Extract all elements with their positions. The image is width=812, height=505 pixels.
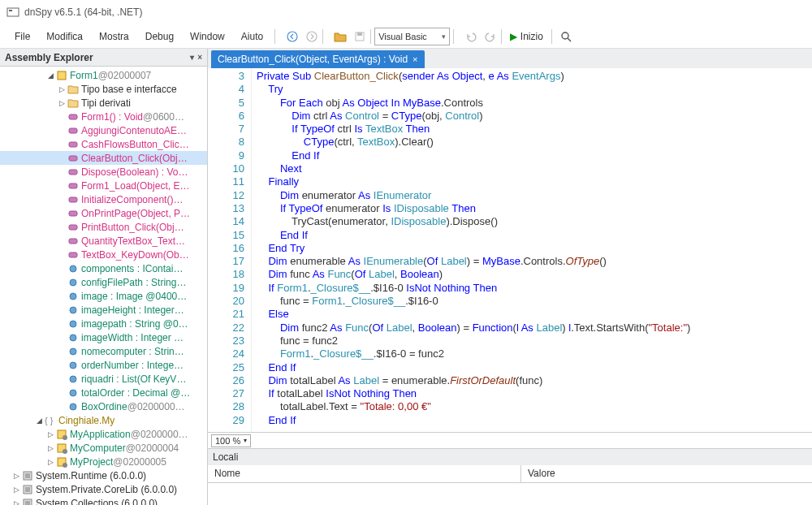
- tree-node[interactable]: Form1() : Void @0600…: [0, 110, 207, 123]
- menu-file[interactable]: File: [6, 28, 38, 45]
- tree-node[interactable]: Dispose(Boolean) : Vo…: [0, 165, 207, 179]
- menu-debug[interactable]: Debug: [137, 28, 182, 45]
- close-icon[interactable]: ×: [412, 54, 417, 64]
- tree-node[interactable]: orderNumber : Intege…: [0, 358, 207, 372]
- tree-node[interactable]: CashFlowsButton_Clic…: [0, 137, 207, 151]
- expander-icon[interactable]: ▷: [11, 499, 21, 506]
- code-line[interactable]: Try: [257, 83, 812, 96]
- code-line[interactable]: Next: [257, 162, 812, 175]
- tree-node[interactable]: ▷MyComputer @02000004: [0, 441, 207, 455]
- tree-node[interactable]: QuantityTextBox_Text…: [0, 234, 207, 248]
- locals-header: Locali: [208, 449, 812, 465]
- tree-node[interactable]: ▷System.Private.CoreLib (6.0.0.0): [0, 482, 207, 496]
- code-line[interactable]: TryCast(enumerator, IDisposable).Dispose…: [257, 215, 812, 228]
- search-icon[interactable]: [560, 31, 572, 42]
- tree-node[interactable]: configFilePath : String…: [0, 275, 207, 289]
- open-icon[interactable]: [333, 29, 348, 44]
- tree-node[interactable]: components : IContai…: [0, 261, 207, 275]
- expander-icon[interactable]: ▷: [45, 444, 55, 452]
- tree-node[interactable]: image : Image @0400…: [0, 289, 207, 303]
- code-line[interactable]: End If: [257, 149, 812, 162]
- close-icon[interactable]: ×: [197, 53, 202, 62]
- tree-node[interactable]: riquadri : List(Of KeyV…: [0, 372, 207, 386]
- undo-icon[interactable]: [464, 29, 478, 44]
- tree-node[interactable]: ▷Tipi derivati: [0, 96, 207, 110]
- tree-node[interactable]: ▷MyProject @02000005: [0, 455, 207, 468]
- tab-active[interactable]: ClearButton_Click(Object, EventArgs) : V…: [211, 50, 425, 68]
- code-line[interactable]: totalLabel.Text = "Totale: 0,00 €": [257, 400, 812, 413]
- code-line[interactable]: Else: [257, 308, 812, 321]
- start-button[interactable]: ▶ Inizio: [505, 29, 548, 44]
- tree-node[interactable]: ▷Tipo base e interfacce: [0, 82, 207, 96]
- tree-node[interactable]: PrintButton_Click(Obj…: [0, 220, 207, 234]
- tree-node-label: MyComputer: [70, 442, 126, 454]
- save-all-icon[interactable]: [352, 29, 367, 44]
- tree-node[interactable]: imageWidth : Integer …: [0, 330, 207, 344]
- expander-icon[interactable]: ▷: [57, 99, 67, 107]
- code-line[interactable]: Form1._Closure$__.$I16-0 = func2: [257, 347, 812, 360]
- tree-node[interactable]: imageHeight : Integer…: [0, 303, 207, 317]
- code-line[interactable]: Dim func As Func(Of Label, Boolean): [257, 268, 812, 281]
- expander-icon[interactable]: ▷: [11, 472, 21, 480]
- code-line[interactable]: func = Form1._Closure$__.$I16-0: [257, 295, 812, 308]
- locals-col-name[interactable]: Nome: [208, 465, 521, 482]
- dropdown-icon[interactable]: ▾: [190, 53, 194, 62]
- expander-icon[interactable]: ▷: [45, 430, 55, 438]
- tree-node[interactable]: BoxOrdine @0200000…: [0, 399, 207, 413]
- menu-aiuto[interactable]: Aiuto: [233, 28, 271, 45]
- tree-node[interactable]: nomecomputer : Strin…: [0, 344, 207, 358]
- tree-node[interactable]: AggiungiContenutoAE…: [0, 123, 207, 137]
- tree-node[interactable]: InitializeComponent()…: [0, 192, 207, 206]
- code-line[interactable]: If Form1._Closure$__.$I16-0 IsNot Nothin…: [257, 282, 812, 295]
- tree-node[interactable]: ◢Form1 @02000007: [0, 68, 207, 82]
- code-line[interactable]: Dim ctrl As Control = CType(obj, Control…: [257, 110, 812, 123]
- tree-node[interactable]: ▷System.Runtime (6.0.0.0): [0, 468, 207, 482]
- tree-node[interactable]: ClearButton_Click(Obj…: [0, 151, 207, 165]
- tree-node[interactable]: Form1_Load(Object, E…: [0, 179, 207, 192]
- code-line[interactable]: CType(ctrl, TextBox).Clear(): [257, 136, 812, 149]
- menu-window[interactable]: Window: [182, 28, 233, 45]
- code-line[interactable]: For Each obj As Object In MyBase.Control…: [257, 97, 812, 110]
- menu-mostra[interactable]: Mostra: [91, 28, 137, 45]
- nav-back-icon[interactable]: [285, 29, 300, 44]
- tree-node[interactable]: imagepath : String @0…: [0, 317, 207, 330]
- code-line[interactable]: Dim totalLabel As Label = enumerable.Fir…: [257, 374, 812, 387]
- code-line[interactable]: If totalLabel IsNot Nothing Then: [257, 387, 812, 400]
- code-line[interactable]: Dim enumerator As IEnumerator: [257, 189, 812, 202]
- expander-icon[interactable]: ◢: [45, 71, 55, 80]
- code-line[interactable]: End If: [257, 414, 812, 427]
- tree-node[interactable]: ▷System.Collections (6.0.0.0): [0, 496, 207, 505]
- tree-node[interactable]: ▷MyApplication @0200000…: [0, 427, 207, 441]
- method-icon: [67, 249, 80, 261]
- tab-label: ClearButton_Click(Object, EventArgs) : V…: [218, 54, 408, 65]
- svg-rect-10: [69, 128, 77, 133]
- code-line[interactable]: End If: [257, 361, 812, 374]
- zoom-value[interactable]: 100 % ▾: [211, 434, 251, 447]
- code-line[interactable]: End If: [257, 229, 812, 242]
- code-line[interactable]: Private Sub ClearButton_Click(sender As …: [257, 70, 812, 83]
- expander-icon[interactable]: ▷: [45, 458, 55, 466]
- tree-node[interactable]: TextBox_KeyDown(Ob…: [0, 248, 207, 261]
- tree-node[interactable]: ◢{ }Cinghiale.My: [0, 413, 207, 427]
- expander-icon[interactable]: ▷: [11, 486, 21, 494]
- expander-icon[interactable]: ◢: [34, 417, 44, 425]
- language-select[interactable]: Visual Basic ▾: [374, 28, 450, 45]
- redo-icon[interactable]: [483, 29, 498, 44]
- code-line[interactable]: Finally: [257, 175, 812, 188]
- nav-forward-icon[interactable]: [304, 29, 319, 44]
- code-line[interactable]: If TypeOf enumerator Is IDisposable Then: [257, 202, 812, 215]
- menu-modifica[interactable]: Modifica: [38, 28, 91, 45]
- locals-col-value[interactable]: Valore: [521, 465, 812, 482]
- code-lines[interactable]: Private Sub ClearButton_Click(sender As …: [252, 68, 812, 432]
- code-line[interactable]: Dim func2 As Func(Of Label, Boolean) = F…: [257, 322, 812, 335]
- tree[interactable]: ◢Form1 @02000007▷Tipo base e interfacce▷…: [0, 67, 207, 505]
- code-line[interactable]: If TypeOf ctrl Is TextBox Then: [257, 123, 812, 136]
- code-line[interactable]: func = func2: [257, 335, 812, 347]
- tree-node[interactable]: OnPrintPage(Object, P…: [0, 206, 207, 220]
- expander-icon[interactable]: ▷: [57, 85, 67, 93]
- code-editor[interactable]: 3456789101112131415161718192021222324252…: [208, 68, 812, 432]
- code-line[interactable]: End Try: [257, 242, 812, 255]
- tree-node[interactable]: totalOrder : Decimal @…: [0, 386, 207, 399]
- svg-point-28: [70, 376, 76, 382]
- code-line[interactable]: Dim enumerable As IEnumerable(Of Label) …: [257, 255, 812, 268]
